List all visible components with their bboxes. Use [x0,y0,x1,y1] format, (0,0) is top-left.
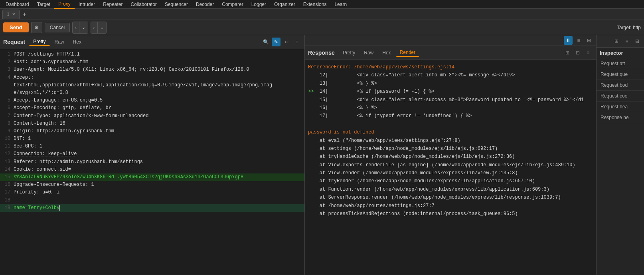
code-line-1: 1POST /settings HTTP/1.1 [0,51,304,58]
nav-extensions[interactable]: Extensions [299,0,331,9]
inspector-response-he[interactable]: Response he [597,112,644,123]
nav-decoder[interactable]: Decoder [192,0,218,9]
response-top-icons: ⏸ ≡ ⊟ [305,35,596,46]
nav-intruder[interactable]: Intruder [75,0,99,9]
request-more-icon[interactable]: ≡ [292,38,301,46]
request-panel-header: Request Pretty Raw Hex 🔍 ✎ ↩ ≡ [0,35,304,49]
nav-learn[interactable]: Learn [330,0,351,9]
nav-collaborator[interactable]: Collaborator [127,0,161,9]
code-line-5: 5Accept-Language: en-US,en;q=0.5 [0,97,304,104]
request-title: Request [3,39,25,45]
inspector-title: Inspector [597,48,626,58]
response-minimize-icon[interactable]: ⊟ [585,36,593,45]
nav-target[interactable]: Target [33,0,54,9]
response-tab-render[interactable]: Render [396,49,419,57]
response-tab-raw[interactable]: Raw [360,49,377,56]
response-icons: ⊞ ⊡ ≡ [563,48,593,57]
response-list-icon[interactable]: ≡ [574,36,583,45]
cancel-button[interactable]: Cancel [45,23,70,32]
code-line-9: 9Origin: http://admin.cyprusbank.thm [0,128,304,135]
code-line-16: 16Upgrade-Insecure-Requests: 1 [0,181,304,189]
request-tab-pretty[interactable]: Pretty [29,38,49,46]
request-tab-raw[interactable]: Raw [51,38,68,46]
code-line-17: 17Priority: u=0, i [0,189,304,196]
inspector-request-bod[interactable]: Request bod [597,80,644,91]
nav-sequencer[interactable]: Sequencer [161,0,192,9]
response-render-area[interactable]: ReferenceError: /home/web/app/views/sett… [305,60,596,275]
main-area: Request Pretty Raw Hex 🔍 ✎ ↩ ≡ 1POST /se… [0,35,644,275]
code-line-11: 11Sec-GPC: 1 [0,143,304,150]
nav-repeater[interactable]: Repeater [99,0,126,9]
code-line-4: 4Accept: [0,74,304,82]
tab-bar: 1 ✕ + [0,9,644,20]
tab-1-label: 1 [7,12,10,17]
tab-add-button[interactable]: + [20,10,29,19]
inspector-grid-icon[interactable]: ⊞ [612,37,621,46]
code-line-13: 13Referer: http://admin.cyprusbank.thm/s… [0,158,304,166]
request-panel: Request Pretty Raw Hex 🔍 ✎ ↩ ≡ 1POST /se… [0,35,305,275]
nav-back-group: ‹ ⌄ [72,22,88,34]
response-download-icon[interactable]: ⊡ [573,48,582,57]
request-wrap-icon[interactable]: ↩ [282,38,291,46]
nav-forward-dropdown[interactable]: ⌄ [98,22,106,33]
code-line-6: 6Accept-Encoding: gzip, deflate, br [0,104,304,112]
nav-organizer[interactable]: Organizer [270,0,299,9]
code-line-4c: e/svg+xml,*/*;q=0.8 [0,89,304,97]
inspector-panel: ⊞ ≡ ⊟ Inspector Request att Request que … [596,35,644,275]
response-panel-header: Response Pretty Raw Hex Render ⊞ ⊡ ≡ [305,46,596,60]
inspector-request-coo[interactable]: Request coo [597,91,644,102]
code-line-19: 19name=Terry+Colby [0,204,304,212]
nav-dashboard[interactable]: Dashboard [2,0,33,9]
response-pause-icon[interactable]: ⏸ [564,36,573,45]
inspector-request-hea[interactable]: Request hea [597,102,644,112]
nav-proxy[interactable]: Proxy [54,0,75,9]
response-copy-icon[interactable]: ⊞ [563,48,572,57]
send-button[interactable]: Send [3,22,29,32]
code-line-14: 14Cookie: connect.sid= [0,166,304,173]
code-line-15: 15s%3AnTaFRNuKYvHPZ9XoToSZwU4bXK86lRd-.y… [0,173,304,181]
code-line-3: 3User-Agent: Mozilla/5.0 (X11; Linux x86… [0,66,304,74]
nav-forward-group: › ⌄ [91,22,107,34]
code-line-8: 8Content-Length: 16 [0,120,304,128]
settings-icon[interactable]: ⚙ [31,22,42,33]
code-line-12: 12Connection: keep-alive [0,150,304,158]
request-edit-icon[interactable]: ✎ [272,38,281,46]
inspector-request-att[interactable]: Request att [597,58,644,69]
code-line-10: 10DNT: 1 [0,135,304,143]
response-tab-hex[interactable]: Hex [378,49,395,56]
target-label: Target: http [617,25,641,30]
toolbar: Send ⚙ Cancel ‹ ⌄ › ⌄ Target: http [0,20,644,35]
nav-logger[interactable]: Logger [247,0,270,9]
nav-forward-button[interactable]: › [91,22,98,33]
code-line-4b: text/html,application/xhtml+xml,applicat… [0,82,304,89]
top-nav: Dashboard Target Proxy Intruder Repeater… [0,0,644,9]
tab-1-close[interactable]: ✕ [12,12,15,16]
response-more-icon[interactable]: ≡ [584,48,593,57]
request-hide-icon[interactable]: 🔍 [261,38,270,46]
code-line-2: 2Host: admin.cyprusbank.thm [0,58,304,66]
request-tab-hex[interactable]: Hex [69,38,85,46]
response-title: Response [308,50,335,56]
nav-comparer[interactable]: Comparer [218,0,247,9]
code-line-7: 7Content-Type: application/x-www-form-ur… [0,112,304,120]
tab-1[interactable]: 1 ✕ [2,10,20,19]
nav-back-button[interactable]: ‹ [73,22,79,33]
request-icons: 🔍 ✎ ↩ ≡ [261,38,301,46]
response-tab-pretty[interactable]: Pretty [339,49,359,56]
nav-back-dropdown[interactable]: ⌄ [79,22,88,33]
request-code-area[interactable]: 1POST /settings HTTP/1.1 2Host: admin.cy… [0,49,304,275]
code-line-18: 18 [0,197,304,204]
response-panel: ⏸ ≡ ⊟ Response Pretty Raw Hex Render ⊞ ⊡… [305,35,596,275]
inspector-request-que[interactable]: Request que [597,69,644,80]
inspector-minimize-icon[interactable]: ⊟ [633,37,642,46]
inspector-list-icon[interactable]: ≡ [622,37,631,46]
